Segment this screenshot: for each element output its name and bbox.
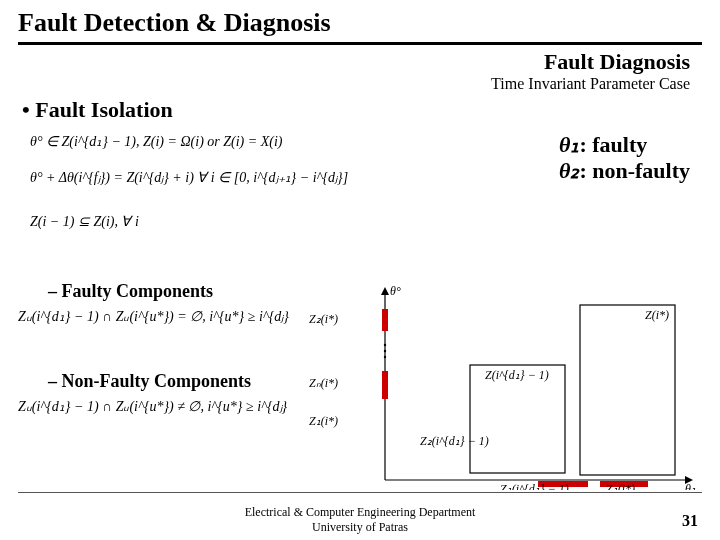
equation-1: θ° ∈ Ζ(i^{d₁} − 1), Ζ(i) = Ω(i) or Ζ(i) … [30, 133, 282, 150]
diag-label-z1-id1m1: Ζ₁(i^{d₁} − 1) [500, 482, 569, 490]
footer: Electrical & Computer Engineering Depart… [0, 505, 720, 534]
diag-rect-z-istar [580, 305, 675, 475]
theta-nonfaulty-line: θ₂: non-faulty [559, 158, 690, 184]
svg-point-4 [384, 344, 386, 346]
diag-label-z1-istar-bottom: Ζ₁(i*) [606, 482, 635, 490]
page-number: 31 [682, 512, 698, 530]
svg-marker-1 [381, 287, 389, 295]
diag-label-z-istar: Ζ(i*) [645, 308, 669, 322]
slide-title: Fault Detection & Diagnosis [0, 0, 720, 38]
diag-label-z1-istar: Ζ₁(i*) [309, 414, 338, 428]
footer-rule [18, 492, 702, 493]
theta-faulty-line: θ₁: faulty [559, 132, 690, 158]
diag-label-z-id1m1: Ζ(i^{d₁} − 1) [485, 368, 549, 382]
set-diagram: θ° θ₁ Ζ(i*) Ζ(i^{d₁} − 1) Ζ₂(i*) Ζₙ(i*) … [290, 285, 700, 490]
theta2-label: : non-faulty [579, 158, 690, 183]
svg-point-5 [384, 350, 386, 352]
footer-line1: Electrical & Computer Engineering Depart… [0, 505, 720, 519]
diag-label-z2-id1m1: Ζ₂(i^{d₁} − 1) [420, 434, 489, 448]
equation-2: θ° + Δθ(i^{fⱼ}) = Ζ(i^{dⱼ} + i) ∀ i ∈ [0… [30, 169, 348, 186]
bullet-fault-isolation: Fault Isolation [0, 93, 720, 123]
slide-subsubtitle: Time Invariant Parameter Case [0, 75, 720, 93]
theta1-symbol: θ₁ [559, 132, 579, 157]
svg-point-6 [384, 356, 386, 358]
theta1-label: : faulty [579, 132, 647, 157]
slide-subtitle: Fault Diagnosis [0, 45, 720, 75]
equation-3: Ζ(i − 1) ⊆ Ζ(i), ∀ i [30, 213, 139, 230]
diag-theta1-axis: θ₁ [685, 482, 696, 490]
theta-classification: θ₁: faulty θ₂: non-faulty [559, 132, 690, 184]
theta2-symbol: θ₂ [559, 158, 579, 183]
footer-line2: University of Patras [0, 520, 720, 534]
diag-theta-top: θ° [390, 285, 401, 298]
diag-bar-zn-istar [382, 371, 388, 399]
diag-label-z2-istar: Ζ₂(i*) [309, 312, 338, 326]
diag-label-zn-istar: Ζₙ(i*) [309, 376, 338, 390]
diag-bar-z2-istar [382, 309, 388, 331]
